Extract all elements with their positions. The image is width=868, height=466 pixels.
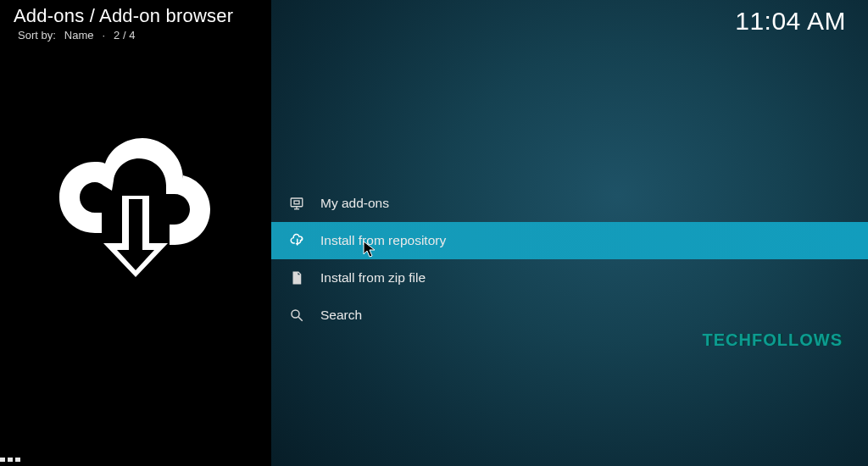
sort-prefix: Sort by:: [18, 29, 56, 42]
cloud-download-icon: [288, 232, 305, 249]
addon-menu: My add-ons Install from repository Insta…: [271, 185, 868, 334]
item-counter: 2 / 4: [114, 29, 135, 42]
monitor-box-icon: [288, 195, 305, 212]
zip-file-icon: [288, 269, 305, 286]
watermark-text: TECHFOLLOWS: [703, 330, 843, 350]
svg-line-6: [298, 317, 303, 321]
svg-point-5: [292, 310, 299, 318]
footer-indicator: [0, 458, 22, 462]
svg-rect-1: [291, 198, 303, 207]
menu-label: Install from repository: [320, 233, 446, 248]
cloud-download-large-icon: [51, 114, 220, 284]
separator-dot: ·: [102, 29, 105, 42]
sort-status: Sort by:Name·2 / 4: [14, 29, 139, 42]
sort-value: Name: [64, 29, 94, 42]
menu-item-install-repository[interactable]: Install from repository: [271, 222, 868, 259]
clock: 11:04 AM: [735, 7, 846, 36]
sidebar-panel: [0, 0, 271, 466]
menu-label: Search: [320, 308, 362, 323]
menu-item-install-zip[interactable]: Install from zip file: [271, 259, 868, 297]
menu-label: My add-ons: [320, 196, 389, 211]
breadcrumb: Add-ons / Add-on browser: [14, 5, 233, 27]
search-icon: [288, 307, 305, 324]
menu-item-my-addons[interactable]: My add-ons: [271, 185, 868, 222]
menu-item-search[interactable]: Search: [271, 297, 868, 334]
menu-label: Install from zip file: [320, 270, 426, 286]
svg-rect-2: [294, 201, 299, 204]
